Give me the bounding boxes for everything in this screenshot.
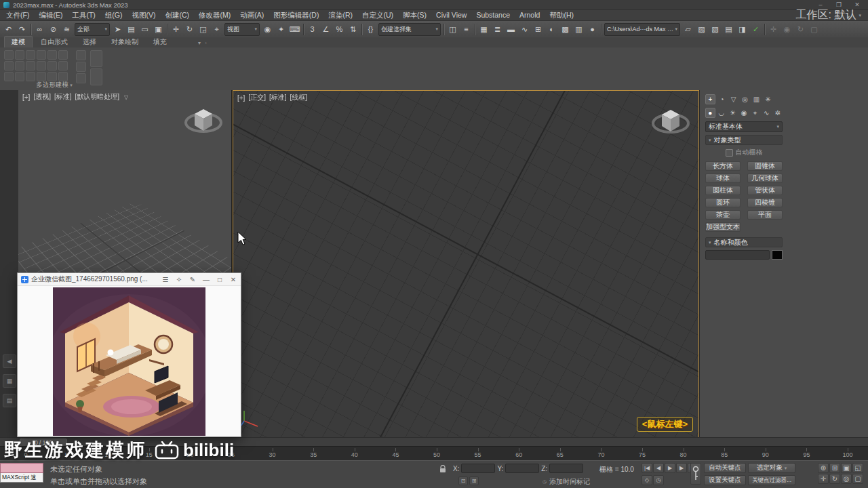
image-viewer-titlebar[interactable]: 企业微信截图_1746629701560.png (... ☰✧✎—□✕: [18, 273, 241, 286]
viewport-layout-alt-icon[interactable]: ▤: [3, 394, 16, 407]
close-button[interactable]: ✕: [850, 1, 865, 8]
render-production-icon[interactable]: ●: [586, 23, 599, 36]
field-of-view-icon[interactable]: ◎: [841, 474, 852, 484]
use-pivot-center-icon[interactable]: ◉: [261, 23, 274, 36]
key-filters-button[interactable]: 关键点过滤器...: [748, 475, 795, 485]
select-and-scale-icon[interactable]: ◲: [197, 23, 210, 36]
selected-filter-dropdown[interactable]: 选定对象 ▾: [748, 463, 795, 473]
zoom-extents-icon[interactable]: ▣: [841, 463, 852, 473]
orbit-icon[interactable]: ↻: [829, 474, 840, 484]
utilities-tab-icon[interactable]: ✳: [763, 94, 773, 104]
menu-scripting[interactable]: 脚本(S): [398, 10, 431, 20]
previous-frame-button[interactable]: ◀: [653, 463, 664, 473]
snapshot-icon[interactable]: ◨: [736, 23, 749, 36]
sphere-button[interactable]: 球体: [705, 174, 741, 183]
pyramid-button[interactable]: 四棱锥: [747, 198, 783, 207]
main-viewport-general-menu[interactable]: [+]: [237, 94, 245, 102]
menu-graph-editors[interactable]: 图形编辑器(D): [269, 10, 323, 20]
ribbon-tab-object-paint[interactable]: 对象绘制: [104, 37, 145, 47]
menu-file[interactable]: 文件(F): [1, 10, 34, 20]
viewcube-icon[interactable]: [184, 104, 223, 142]
menu-animation[interactable]: 动画(A): [235, 10, 269, 20]
left-viewport-quality-menu[interactable]: [标准]: [54, 92, 72, 102]
object-type-rollout-header[interactable]: ▾ 对象类型: [705, 135, 783, 145]
space-warps-category-icon[interactable]: ∿: [762, 108, 772, 118]
create-tab-icon[interactable]: +: [705, 94, 715, 104]
menu-rendering[interactable]: 渲染(R): [323, 10, 357, 20]
menu-substance[interactable]: Substance: [471, 10, 515, 20]
selection-filter-dropdown[interactable]: 全部▾: [75, 23, 110, 36]
menu-group[interactable]: 组(G): [100, 10, 127, 20]
material-editor-icon[interactable]: ◐: [545, 23, 558, 36]
listener-field[interactable]: MAXScript 迷: [0, 473, 43, 483]
ribbon-collapse-icon[interactable]: ▾: [198, 40, 201, 46]
shapes-category-icon[interactable]: ◡: [717, 108, 727, 118]
ribbon-tab-freeform[interactable]: 自由形式: [34, 37, 75, 47]
left-viewport-pov-menu[interactable]: [透视]: [33, 92, 51, 102]
autogrid-row[interactable]: 自动栅格: [705, 148, 783, 157]
main-viewport-quality-menu[interactable]: [标准]: [269, 93, 287, 102]
zoom-icon[interactable]: ⊕: [818, 463, 829, 473]
render-setup-icon[interactable]: ▩: [559, 23, 572, 36]
rectangular-selection-region-icon[interactable]: ▭: [138, 23, 151, 36]
set-keys-button[interactable]: [690, 463, 701, 485]
angle-snap-icon[interactable]: ∠: [319, 23, 332, 36]
menu-help[interactable]: 帮助(H): [545, 10, 578, 20]
percent-snap-icon[interactable]: %: [333, 23, 346, 36]
y-coordinate-field[interactable]: [505, 464, 539, 473]
ribbon-group-label[interactable]: 多边形建模 ▾: [0, 81, 108, 89]
curve-editor-icon[interactable]: ∿: [518, 23, 531, 36]
play-animation-button[interactable]: ▶: [665, 463, 675, 473]
asset-tracking-icon[interactable]: ▨: [695, 23, 708, 36]
select-and-manipulate-icon[interactable]: ✦: [275, 23, 288, 36]
maximize-button[interactable]: ❐: [831, 1, 846, 8]
time-configuration-icon[interactable]: ◷: [653, 475, 664, 485]
orthographic-viewport[interactable]: [+][正交][标准][线框] <鼠标左键>: [233, 90, 699, 438]
select-object-icon[interactable]: ➤: [111, 23, 124, 36]
schematic-view-icon[interactable]: ⊞: [532, 23, 545, 36]
helpers-category-icon[interactable]: ⌖: [750, 108, 760, 118]
ribbon-config-icon[interactable]: ◦: [205, 40, 207, 46]
status-check-icon[interactable]: ✓: [749, 23, 762, 36]
selection-lock-toggle[interactable]: [437, 464, 448, 474]
maximize-viewport-toggle-icon[interactable]: ▢: [852, 474, 863, 484]
menu-customize[interactable]: 自定义(U): [357, 10, 398, 20]
zoom-extents-all-icon[interactable]: ◱: [852, 463, 863, 473]
object-name-input[interactable]: [705, 250, 770, 260]
menu-edit[interactable]: 编辑(E): [34, 10, 67, 20]
bind-to-space-warp-icon[interactable]: ≋: [60, 23, 73, 36]
cone-button[interactable]: 圆锥体: [747, 161, 783, 171]
hierarchy-tab-icon[interactable]: ▽: [728, 94, 738, 104]
primitive-category-dropdown[interactable]: 标准基本体 ▾: [705, 121, 783, 132]
teapot-button[interactable]: 茶壶: [705, 210, 741, 220]
box-button[interactable]: 长方体: [705, 161, 741, 171]
menu-arnold[interactable]: Arnold: [515, 10, 545, 20]
geometry-category-icon[interactable]: ●: [705, 108, 715, 118]
named-selection-sets-dropdown[interactable]: 创建选择集▾: [378, 23, 441, 36]
time-tag[interactable]: ◷ 添加时间标记: [542, 477, 590, 487]
minimize-icon[interactable]: —: [202, 276, 210, 283]
go-to-start-button[interactable]: |◀: [642, 463, 652, 473]
name-color-rollout-header[interactable]: ▾ 名称和颜色: [705, 237, 783, 247]
edit-icon[interactable]: ✎: [189, 276, 197, 283]
ribbon-tab-populate[interactable]: 填充: [146, 37, 174, 47]
x-coordinate-field[interactable]: [461, 464, 495, 473]
select-by-name-icon[interactable]: ▤: [125, 23, 138, 36]
z-coordinate-field[interactable]: [549, 464, 583, 473]
torus-button[interactable]: 圆环: [705, 198, 741, 207]
undo-icon[interactable]: ↶: [2, 23, 15, 36]
systems-category-icon[interactable]: ✲: [772, 108, 783, 118]
select-and-move-icon[interactable]: ✛: [170, 23, 182, 36]
pan-view-icon[interactable]: ✛: [818, 474, 829, 484]
set-key-button[interactable]: 设置关键点: [704, 475, 746, 485]
menu-create[interactable]: 创建(C): [161, 10, 195, 20]
redo-icon[interactable]: ↷: [16, 23, 28, 36]
geosphere-button[interactable]: 几何球体: [747, 174, 783, 183]
open-project-folder-icon[interactable]: ▱: [682, 23, 694, 36]
toggle-ribbon-icon[interactable]: ▬: [505, 23, 517, 36]
ribbon-tab-selection[interactable]: 选择: [76, 37, 103, 47]
main-viewport-pov-menu[interactable]: [正交]: [248, 93, 266, 102]
workspace-selector[interactable]: 工作区: 默认 ▾: [789, 8, 868, 22]
project-folder-dropdown[interactable]: C:\Users\Ad···ds Max 2023▾: [604, 23, 680, 36]
menu-civil-view[interactable]: Civil View: [431, 10, 471, 20]
